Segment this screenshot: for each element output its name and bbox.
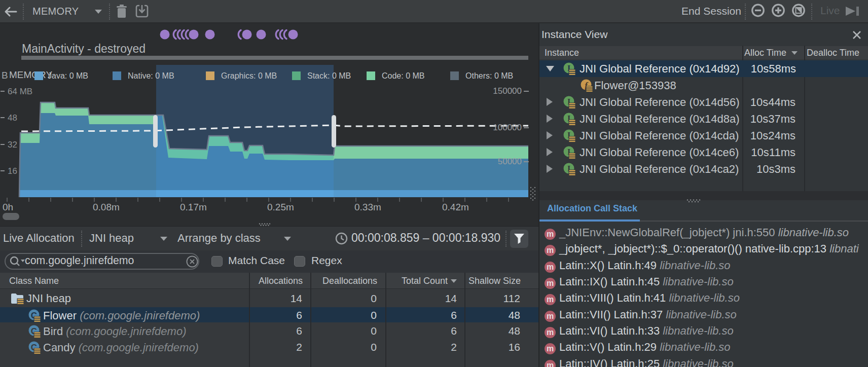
svg-text:48: 48 [8, 113, 17, 123]
svg-text:0h: 0h [3, 202, 13, 212]
svg-text:0.42m: 0.42m [442, 202, 469, 212]
svg-text:50000: 50000 [498, 157, 522, 166]
svg-text:16: 16 [8, 166, 17, 176]
svg-text:32: 32 [8, 140, 17, 150]
svg-text:0.17m: 0.17m [180, 202, 207, 212]
svg-text:0.33m: 0.33m [354, 202, 381, 212]
svg-text:0.25m: 0.25m [267, 202, 294, 212]
svg-text:150000: 150000 [493, 86, 522, 96]
svg-text:100000: 100000 [493, 123, 522, 132]
svg-text:0.08m: 0.08m [93, 202, 120, 212]
svg-text:64 MB: 64 MB [8, 87, 32, 96]
